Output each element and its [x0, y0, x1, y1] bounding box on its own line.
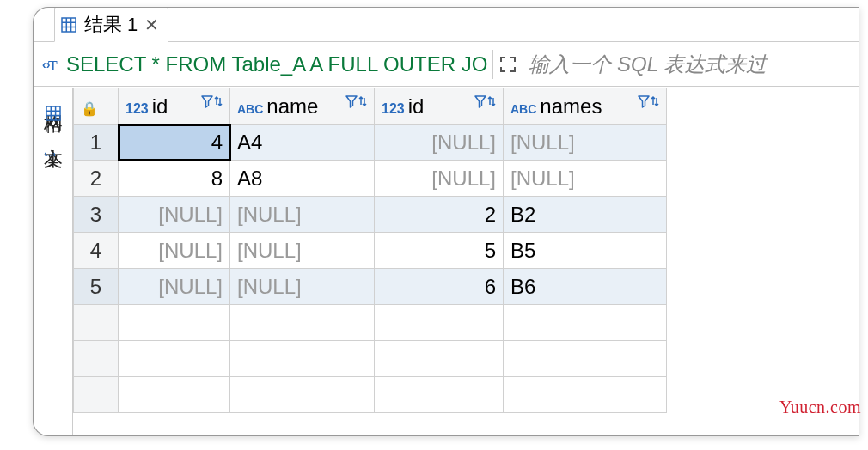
- column-label: id: [408, 94, 425, 118]
- lock-icon: 🔒: [81, 101, 98, 116]
- row-number[interactable]: 2: [74, 161, 119, 197]
- cell[interactable]: 2: [375, 197, 504, 233]
- text-type-icon: ABC: [237, 102, 263, 116]
- svg-text:T: T: [45, 153, 57, 156]
- sql-query-text[interactable]: SELECT * FROM Table_A A FULL OUTER JO: [66, 52, 487, 76]
- cell[interactable]: [NULL]: [119, 233, 230, 269]
- sort-icon[interactable]: [214, 94, 223, 108]
- filter-icon[interactable]: [345, 94, 358, 108]
- table-row[interactable]: 28A8[NULL][NULL]: [74, 161, 667, 197]
- sort-icon[interactable]: [651, 94, 659, 108]
- row-number[interactable]: 1: [74, 125, 119, 161]
- result-grid: 🔒 123idABCname123idABCnames 14A4[NULL][N…: [73, 88, 859, 435]
- cell[interactable]: [NULL]: [375, 161, 504, 197]
- cell[interactable]: 4: [119, 125, 230, 161]
- text-icon: ‹› T: [45, 139, 62, 156]
- column-header-names[interactable]: ABCnames: [504, 88, 667, 125]
- sort-icon[interactable]: [358, 94, 367, 108]
- grid-icon: [45, 105, 62, 122]
- filter-icon[interactable]: [638, 94, 650, 108]
- close-icon[interactable]: ✕: [144, 15, 159, 35]
- cell[interactable]: 8: [119, 161, 230, 197]
- table-row-empty: [74, 341, 667, 377]
- side-tabs: 网格 文本 ‹› T: [34, 88, 73, 435]
- cell[interactable]: 6: [375, 269, 504, 305]
- cell[interactable]: [NULL]: [119, 269, 230, 305]
- table-row[interactable]: 3[NULL][NULL]2B2: [74, 197, 667, 233]
- tab-bar: 结果 1 ✕: [34, 8, 859, 42]
- sql-filter-placeholder[interactable]: 输入一个 SQL 表达式来过: [529, 51, 853, 78]
- table-row-empty: [74, 305, 667, 341]
- column-header-name[interactable]: ABCname: [230, 88, 375, 125]
- row-number[interactable]: 3: [74, 197, 119, 233]
- grid-icon: [60, 16, 77, 33]
- side-tab-grid[interactable]: 网格: [37, 93, 70, 127]
- text-type-icon: ABC: [510, 102, 536, 116]
- cell[interactable]: 5: [375, 233, 504, 269]
- cell[interactable]: [NULL]: [230, 269, 375, 305]
- cell[interactable]: A4: [230, 125, 375, 161]
- main-area: 网格 文本 ‹› T: [34, 88, 859, 435]
- expand-icon[interactable]: [498, 55, 517, 74]
- results-panel: 结果 1 ✕ ‹› T SELECT * FROM Table_A A FULL…: [33, 7, 859, 436]
- filter-icon[interactable]: [201, 94, 213, 108]
- cell[interactable]: B5: [504, 233, 667, 269]
- column-label: names: [540, 94, 602, 118]
- tab-result-1[interactable]: 结果 1 ✕: [54, 7, 168, 42]
- table-row[interactable]: 5[NULL][NULL]6B6: [74, 269, 667, 305]
- number-type-icon: 123: [382, 101, 405, 116]
- sort-icon[interactable]: [487, 94, 496, 108]
- cell[interactable]: [NULL]: [230, 197, 375, 233]
- table-row[interactable]: 14A4[NULL][NULL]: [74, 125, 667, 161]
- cell[interactable]: A8: [230, 161, 375, 197]
- tab-label: 结果 1: [84, 12, 138, 38]
- svg-rect-7: [46, 106, 60, 120]
- table-row-empty: [74, 377, 667, 413]
- cell[interactable]: [NULL]: [504, 161, 667, 197]
- cell[interactable]: B6: [504, 269, 667, 305]
- column-label: id: [152, 94, 168, 118]
- cell[interactable]: [NULL]: [230, 233, 375, 269]
- number-type-icon: 123: [125, 101, 149, 116]
- cell[interactable]: [NULL]: [375, 125, 504, 161]
- side-tab-text[interactable]: 文本 ‹› T: [37, 127, 70, 161]
- row-number[interactable]: 5: [74, 269, 119, 305]
- cell[interactable]: [NULL]: [119, 197, 230, 233]
- cell[interactable]: B2: [504, 197, 667, 233]
- cell[interactable]: [NULL]: [504, 125, 667, 161]
- watermark: Yuucn.com: [779, 398, 861, 417]
- table-row[interactable]: 4[NULL][NULL]5B5: [74, 233, 667, 269]
- column-header-id[interactable]: 123id: [119, 88, 230, 125]
- sql-text-icon: ‹› T: [42, 55, 61, 74]
- separator: [492, 50, 493, 79]
- row-number[interactable]: 4: [74, 233, 119, 269]
- separator: [523, 50, 523, 79]
- column-header-id[interactable]: 123id: [375, 88, 504, 125]
- corner-cell[interactable]: 🔒: [74, 88, 119, 125]
- svg-rect-0: [62, 18, 76, 32]
- sql-bar: ‹› T SELECT * FROM Table_A A FULL OUTER …: [34, 42, 859, 87]
- data-table[interactable]: 🔒 123idABCname123idABCnames 14A4[NULL][N…: [73, 88, 667, 413]
- svg-text:T: T: [48, 58, 58, 73]
- column-label: name: [266, 94, 318, 118]
- filter-icon[interactable]: [474, 94, 486, 108]
